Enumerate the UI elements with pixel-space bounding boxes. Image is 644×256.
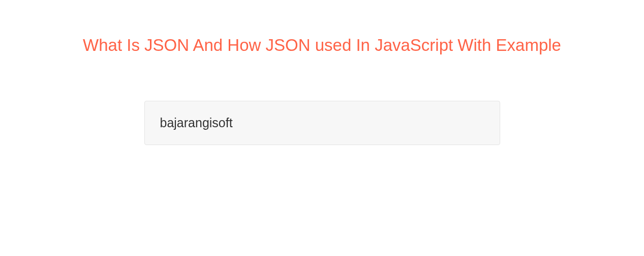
content-text: bajarangisoft bbox=[160, 116, 484, 130]
page-title: What Is JSON And How JSON used In JavaSc… bbox=[0, 36, 644, 55]
content-box: bajarangisoft bbox=[144, 101, 500, 145]
